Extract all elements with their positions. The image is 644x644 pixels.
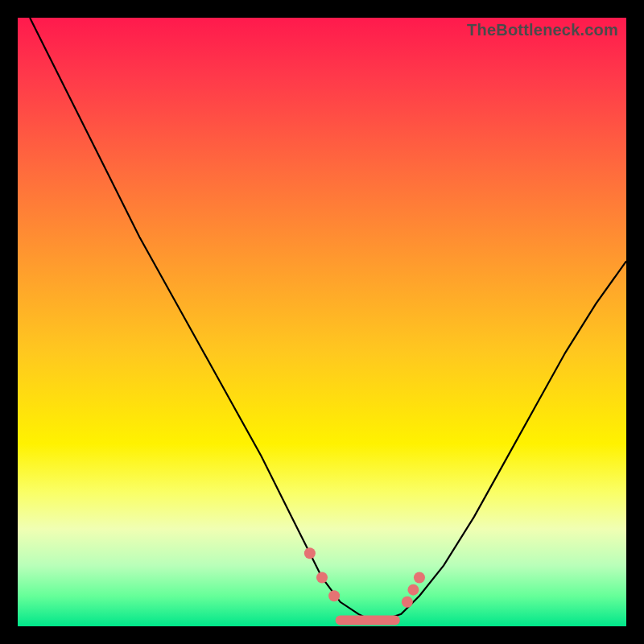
marker-point <box>316 572 328 584</box>
marker-point <box>407 584 419 596</box>
marker-point <box>328 590 340 601</box>
curve-group <box>30 18 626 620</box>
chart-frame: TheBottleneck.com <box>0 0 644 644</box>
bottleneck-curve <box>30 18 626 620</box>
chart-svg <box>18 18 626 626</box>
marker-point <box>402 597 413 608</box>
marker-point <box>304 547 316 559</box>
marker-point <box>414 572 425 584</box>
plot-area: TheBottleneck.com <box>18 18 626 626</box>
